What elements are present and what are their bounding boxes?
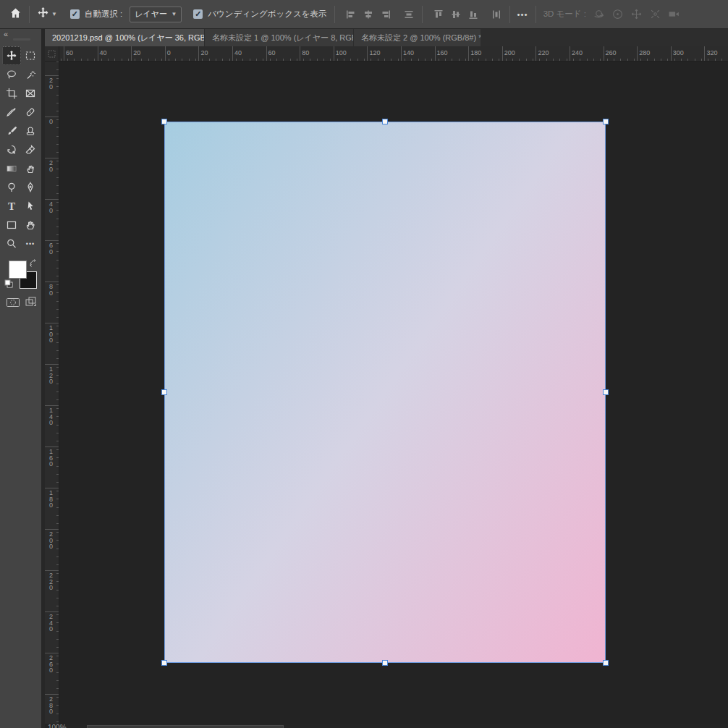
panel-gripper[interactable]	[13, 38, 30, 41]
current-tool-button[interactable]: ▼	[37, 7, 57, 22]
auto-select-checkbox[interactable]: ✓	[70, 9, 80, 19]
tool-path-selection[interactable]	[21, 197, 40, 216]
ruler-tick	[502, 46, 503, 61]
bounding-box-checkbox[interactable]: ✓	[193, 9, 203, 19]
transform-handle-middle-left[interactable]	[161, 389, 167, 395]
ruler-tick	[300, 46, 300, 61]
more-options-button[interactable]: •••	[517, 10, 528, 19]
ruler-label: 6 0	[49, 242, 53, 255]
tool-eyedropper[interactable]	[2, 103, 21, 122]
separator	[29, 6, 30, 23]
ruler-tick	[334, 46, 334, 61]
distribute-horizontal-centers-icon[interactable]	[491, 9, 502, 20]
foreground-color-swatch[interactable]	[9, 261, 27, 279]
tab-title: 名称未設定 2 @ 100% (RGB/8#) *	[361, 33, 481, 43]
transform-handle-top-center[interactable]	[382, 119, 388, 124]
bounding-box-label: バウンディングボックスを表示	[208, 9, 326, 20]
ruler-tick	[637, 46, 638, 61]
ruler-label: 40	[100, 49, 107, 56]
3d-pan-icon[interactable]	[630, 8, 643, 20]
tab-document-3[interactable]: 名称未設定 2 @ 100% (RGB/8#) * ×	[354, 29, 481, 46]
transform-handle-top-left[interactable]	[161, 119, 167, 124]
screen-mode-button[interactable]	[25, 295, 38, 311]
ruler-label: 2 2 0	[49, 572, 53, 591]
ruler-label: 2 6 0	[49, 655, 53, 674]
distribute-vertical-centers-icon[interactable]	[403, 9, 415, 20]
vertical-ruler[interactable]: 2 002 04 06 08 01 0 01 2 01 4 01 6 01 8 …	[45, 62, 59, 724]
align-bottom-icon[interactable]	[467, 9, 479, 20]
tool-spot-healing-brush[interactable]	[21, 103, 40, 122]
3d-orbit-icon[interactable]	[593, 8, 605, 20]
3d-slide-icon[interactable]	[649, 8, 661, 20]
tool-zoom[interactable]	[2, 234, 21, 253]
type-tool-glyph: T	[8, 200, 15, 213]
tab-document-2[interactable]: 名称未設定 1 @ 100% (レイヤー 8, RGB/8#) * ×	[205, 29, 353, 46]
tools-grid: T •••	[2, 46, 40, 253]
align-right-icon[interactable]	[380, 9, 391, 20]
ruler-tick	[45, 529, 59, 530]
transform-handle-bottom-center[interactable]	[382, 660, 388, 666]
tool-gradient[interactable]	[2, 159, 21, 178]
auto-select-dropdown[interactable]: レイヤー ▼	[130, 7, 182, 22]
quick-mask-button[interactable]	[6, 297, 20, 311]
ruler-tick	[435, 46, 436, 61]
transform-handle-top-right[interactable]	[603, 119, 609, 124]
tool-frame[interactable]	[21, 84, 40, 103]
tool-pen[interactable]	[21, 178, 40, 197]
ruler-label: 1 8 0	[49, 490, 53, 509]
chevron-down-icon: ▼	[51, 11, 57, 17]
tool-rectangular-marquee[interactable]	[21, 46, 40, 65]
align-left-icon[interactable]	[345, 9, 357, 20]
tool-eraser[interactable]	[21, 140, 40, 159]
default-colors-icon[interactable]	[4, 278, 13, 291]
horizontal-ruler[interactable]: 6040200204060801001201401601802002202402…	[45, 46, 728, 62]
collapse-panel-button[interactable]: «	[4, 30, 7, 38]
ruler-origin-corner[interactable]	[45, 46, 59, 62]
ruler-label: 2 0	[49, 77, 53, 90]
ruler-tick	[45, 282, 59, 282]
ruler-label: 8 0	[49, 284, 53, 296]
tool-brush[interactable]	[2, 122, 21, 140]
separator	[334, 6, 335, 23]
tool-crop[interactable]	[2, 84, 21, 103]
3d-camera-icon[interactable]	[668, 8, 680, 20]
tool-smudge[interactable]	[21, 159, 40, 178]
3d-roll-icon[interactable]	[611, 8, 624, 20]
tool-lasso[interactable]	[2, 65, 21, 84]
tool-edit-toolbar[interactable]: •••	[21, 234, 40, 253]
swap-colors-icon[interactable]	[29, 258, 38, 271]
ruler-label: 2 4 0	[49, 614, 53, 632]
tool-clone-stamp[interactable]	[21, 122, 40, 140]
ruler-label: 0	[49, 119, 53, 125]
tool-dodge[interactable]	[2, 178, 21, 197]
ruler-tick	[45, 653, 59, 653]
ruler-tick	[671, 46, 672, 61]
home-button[interactable]	[9, 7, 22, 22]
tool-move[interactable]	[2, 46, 21, 65]
transform-handle-middle-right[interactable]	[603, 389, 609, 395]
tab-document-1[interactable]: 20201219.psd @ 100% (レイヤー 36, RGB/8#) * …	[45, 29, 204, 46]
options-bar: ▼ ✓ 自動選択 : レイヤー ▼ ✓ バウンディングボックスを表示	[0, 0, 728, 29]
ruler-tick	[704, 46, 705, 61]
transform-handle-bottom-right[interactable]	[603, 660, 609, 666]
align-vertical-centers-icon[interactable]	[450, 9, 462, 20]
ruler-tick	[198, 46, 199, 61]
ruler-label: 160	[437, 49, 448, 56]
ruler-tick	[98, 46, 98, 61]
status-document-info[interactable]	[87, 725, 284, 728]
align-horizontal-centers-icon[interactable]	[363, 9, 374, 20]
artwork[interactable]	[164, 122, 606, 663]
tool-history-brush[interactable]	[2, 140, 21, 159]
status-zoom-level[interactable]: 100%	[48, 724, 67, 728]
ruler-label: 260	[606, 49, 617, 56]
tool-rectangle[interactable]	[2, 216, 21, 234]
canvas-pasteboard[interactable]	[59, 62, 728, 724]
tool-hand[interactable]	[21, 216, 40, 234]
home-icon	[9, 7, 22, 22]
tool-type[interactable]: T	[2, 197, 21, 216]
separator	[422, 6, 423, 23]
transform-handle-bottom-left[interactable]	[161, 660, 167, 666]
align-top-icon[interactable]	[433, 9, 444, 20]
tool-object-selection[interactable]	[21, 65, 40, 84]
ruler-label: 280	[639, 49, 650, 56]
